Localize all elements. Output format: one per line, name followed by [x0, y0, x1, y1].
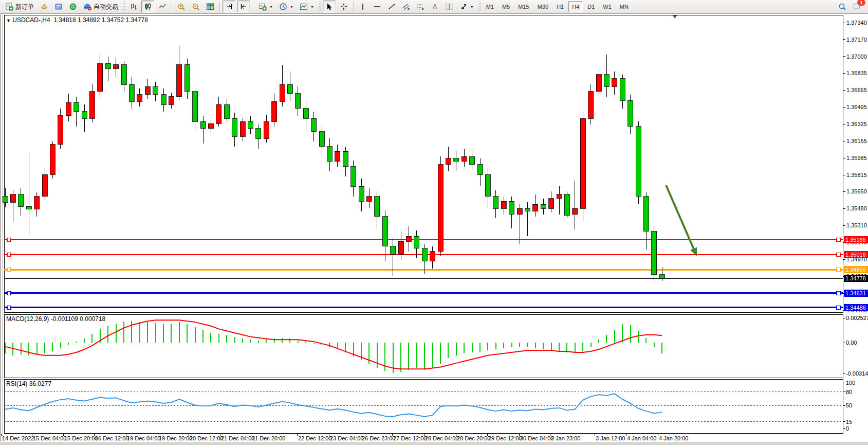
time-axis-label: 28 Dec 04:00 [425, 435, 458, 441]
macd-label: MACD(12,26,9) -0.001109 0.000718 [6, 315, 105, 323]
time-axis-label: 16 Dec 12:00 [95, 435, 128, 441]
chart-canvas[interactable] [0, 0, 868, 445]
level-price-chip: 1.35016 [844, 251, 868, 258]
macd-signal-value: 0.000718 [80, 315, 105, 323]
time-axis-label: 23 Dec 04:00 [330, 435, 363, 441]
rsi-value: 36.0277 [29, 380, 51, 387]
time-axis-label: 27 Dec 12:00 [393, 435, 427, 441]
time-axis-label: 4 Jan 04:00 [627, 435, 657, 441]
time-axis-label: 29 Dec 12:00 [488, 435, 522, 441]
time-axis-label: 15 Dec 20:00 [64, 435, 98, 441]
time-axis-label: 26 Dec 23:00 [362, 435, 395, 441]
price-scale-value: 1.37340 [846, 20, 867, 26]
time-axis-label: 14 Dec 2022 [2, 435, 34, 441]
level-price-chip: 1.35166 [844, 236, 868, 243]
close-value: 1.34778 [125, 16, 147, 24]
price-scale-value: 1.35310 [846, 222, 867, 228]
mt4-terminal-window: { "toolbar": { "new_order_label": "新订单",… [0, 0, 868, 445]
time-axis-label: 21 Dec 04:00 [221, 435, 254, 441]
low-value: 1.34752 [102, 16, 124, 24]
collapse-arrow-icon[interactable]: ▼ [6, 18, 11, 23]
rsi-scale-value: 15 [846, 419, 852, 425]
macd-scale-value: -0.003149 [846, 370, 868, 377]
rsi-scale-value: 80 [846, 389, 852, 395]
macd-scale-value: 0.002527 [846, 315, 868, 321]
price-scale-value: 1.35985 [846, 155, 867, 161]
rsi-label: RSI(14) 36.0277 [6, 380, 51, 387]
rsi-scale-value: 50 [846, 402, 852, 408]
symbol-period-label: USDCAD-,H4 [12, 16, 50, 24]
rsi-scale-value: 0 [846, 425, 849, 432]
price-scale-value: 1.35815 [846, 172, 867, 178]
level-price-chip: 1.34631 [844, 290, 868, 297]
time-axis-label: 21 Dec 20:00 [252, 435, 285, 441]
rsi-scale-value: 100 [846, 380, 855, 386]
open-value: 1.34818 [53, 16, 76, 24]
price-scale-value: 1.35650 [846, 188, 867, 194]
time-axis-label: 2 Jan 23:00 [551, 435, 581, 441]
price-scale-value: 1.36325 [846, 121, 867, 127]
bid-price-chip: 1.34778 [844, 275, 868, 282]
level-price-chip: 1.34866 [844, 266, 868, 273]
pane-border-0 [4, 15, 843, 312]
price-scale-value: 1.36155 [846, 138, 867, 144]
price-scale-value: 1.37170 [846, 37, 867, 43]
pane-border-1 [4, 314, 843, 378]
chart-title: ▼ USDCAD-,H4 1.34818 1.34892 1.34752 1.3… [6, 16, 148, 24]
high-value: 1.34892 [78, 16, 100, 24]
time-axis-label: 28 Dec 20:00 [457, 435, 490, 441]
time-axis-label: 30 Dec 04:00 [520, 435, 553, 441]
pane-border-2 [4, 379, 843, 433]
price-scale-value: 1.35480 [846, 205, 867, 211]
time-axis-label: 3 Jan 12:00 [596, 435, 625, 441]
time-axis-label: 4 Jan 20:00 [659, 435, 689, 441]
time-axis-label: 19 Dec 20:00 [159, 435, 192, 441]
price-scale-value: 1.36665 [846, 87, 867, 93]
macd-scale-value: 0.00 [846, 340, 857, 346]
time-axis-label: 15 Dec 04:00 [33, 435, 66, 441]
price-scale-value: 1.37000 [846, 54, 867, 60]
time-axis-label: 22 Dec 12:00 [298, 435, 331, 441]
time-axis-label: 20 Dec 12:00 [190, 435, 223, 441]
price-scale-value: 1.36835 [846, 70, 867, 76]
price-scale-value: 1.36495 [846, 104, 867, 110]
level-price-chip: 1.34486 [844, 304, 868, 311]
macd-hist-value: -0.001109 [51, 315, 78, 323]
time-axis-label: 19 Dec 04:00 [127, 435, 160, 441]
